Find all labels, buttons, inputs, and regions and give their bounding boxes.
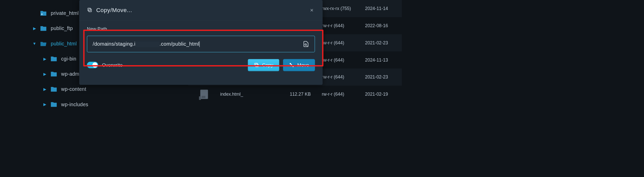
text-cursor (199, 41, 200, 47)
copy-icon (87, 7, 92, 13)
perm-cell: rw-r-r (644) (322, 23, 365, 28)
browse-path-button[interactable] (303, 41, 309, 47)
perm-cell: rwx-rx-rx (755) (322, 6, 365, 11)
folder-icon (50, 55, 57, 62)
table-row[interactable]: index.html_ 112.27 KB rw-r-r (644) 2021-… (188, 86, 402, 103)
svg-rect-3 (256, 64, 258, 67)
path-input-wrap: /domains/staging.i.com/public_html (87, 36, 315, 52)
file-size-cell: 112.27 KB (290, 92, 322, 97)
folder-icon (50, 71, 57, 77)
svg-rect-4 (255, 63, 257, 66)
copy-button[interactable]: Copy (248, 59, 279, 71)
folder-shortcut-icon (40, 10, 47, 17)
tree-item-label: public_ftp (51, 26, 73, 31)
folder-open-icon (40, 40, 47, 47)
tree-item-wp-includes[interactable]: ▶ wp-includes (0, 97, 188, 111)
copy-button-label: Copy (262, 62, 273, 68)
new-path-label: New Path (87, 26, 315, 32)
perm-cell: rw-r-r (644) (322, 57, 365, 63)
overwrite-toggle[interactable] (87, 62, 98, 68)
svg-rect-0 (89, 9, 92, 12)
svg-rect-1 (88, 8, 91, 11)
perm-cell: rw-r-r (644) (322, 92, 365, 97)
date-cell: 2021-02-19 (365, 92, 396, 97)
redacted-segment (135, 42, 160, 47)
close-button[interactable]: ✕ (308, 7, 315, 13)
caret-right-icon[interactable]: ▶ (43, 103, 46, 106)
tree-item-label: private_html (51, 10, 79, 16)
date-cell: 2024-11-13 (365, 57, 396, 63)
folder-icon (40, 25, 47, 32)
date-cell: 2024-11-14 (365, 6, 396, 11)
move-button-label: Move (297, 62, 309, 68)
caret-right-icon[interactable]: ▶ (43, 72, 46, 75)
caret-right-icon[interactable]: ▶ (43, 88, 46, 91)
tree-item-label: wp-content (61, 86, 86, 92)
overwrite-label: Overwrite (102, 62, 244, 68)
path-input-prefix: /domains/staging.i (93, 41, 135, 47)
date-cell: 2021-02-23 (365, 74, 396, 80)
tree-item-label: public_html (51, 41, 77, 46)
folder-icon (50, 86, 57, 93)
copy-move-modal: Copy/Move... ✕ New Path /domains/staging… (79, 0, 323, 85)
path-input-suffix: .com/public_html (159, 41, 199, 47)
perm-cell: rw-r-r (644) (322, 74, 365, 80)
folder-icon (50, 101, 57, 108)
modal-header: Copy/Move... ✕ (79, 0, 323, 21)
date-cell: 2022-08-16 (365, 23, 396, 28)
move-button[interactable]: Move (283, 59, 315, 71)
file-name-cell: index.html_ (220, 92, 290, 97)
path-input[interactable]: /domains/staging.i.com/public_html (93, 41, 299, 47)
caret-down-icon[interactable]: ▼ (33, 42, 36, 45)
perm-cell: rw-r-r (644) (322, 40, 365, 45)
modal-title: Copy/Move... (96, 7, 305, 14)
caret-right-icon[interactable]: ▶ (33, 27, 36, 30)
file-icon (188, 90, 220, 99)
tree-item-label: wp-includes (61, 102, 88, 107)
svg-point-2 (305, 44, 306, 45)
date-cell: 2021-02-23 (365, 40, 396, 45)
caret-right-icon[interactable]: ▶ (43, 57, 46, 60)
tree-item-label: cgi-bin (61, 56, 76, 62)
